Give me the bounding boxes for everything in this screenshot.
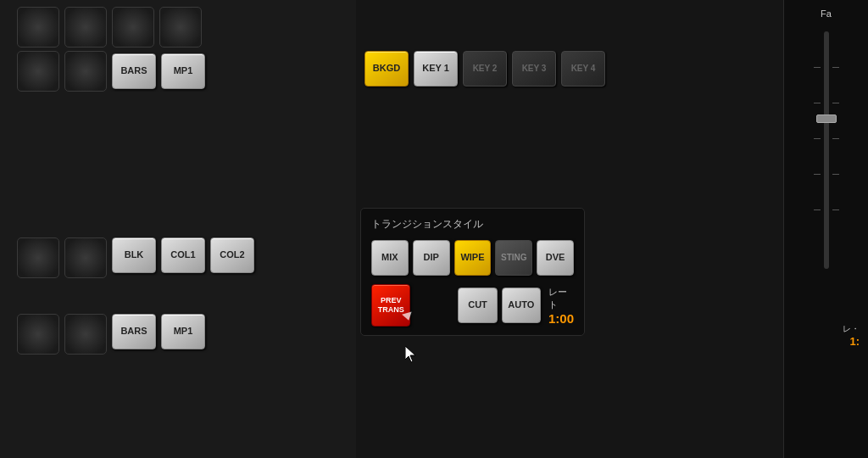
fader-tick-l1: [814, 67, 821, 68]
dark-btn-ml1[interactable]: [17, 237, 59, 278]
key2-button[interactable]: KEY 2: [463, 51, 507, 87]
top-left-row-top: [17, 7, 202, 47]
fader-track[interactable]: [824, 31, 829, 269]
dark-btn-ml2[interactable]: [64, 237, 107, 278]
dve-button[interactable]: DVE: [537, 240, 574, 276]
key1-button[interactable]: KEY 1: [414, 51, 458, 87]
main-container: BARS MP1 BKGD KEY 1 KEY 2 KEY 3 KEY 4 BL…: [0, 0, 868, 458]
fader-rate-label: レ・: [843, 323, 860, 335]
fader-rate-value: 1:: [843, 335, 860, 348]
mp1-top-button[interactable]: MP1: [161, 53, 205, 89]
top-left-row-mid: BARS MP1: [17, 51, 205, 92]
rate-display: レート 1:00: [548, 286, 574, 326]
mix-button[interactable]: MIX: [371, 240, 409, 276]
col2-button[interactable]: COL2: [210, 237, 254, 273]
dark-btn-tl2[interactable]: [64, 7, 107, 47]
bottom-left-row: BARS MP1: [17, 314, 205, 355]
fader-rate-section: レ・ 1:: [843, 323, 860, 348]
dark-btn-bl1[interactable]: [17, 314, 59, 355]
fader-area: Fa レ・ 1:: [783, 0, 868, 458]
fader-tick-l5: [814, 209, 821, 210]
col1-button[interactable]: COL1: [161, 237, 205, 273]
bars-bot-button[interactable]: BARS: [112, 314, 156, 349]
fader-tick-l4: [814, 174, 821, 175]
fader-tick-l2: [814, 103, 821, 103]
cut-button[interactable]: CUT: [458, 288, 497, 323]
bkgd-button[interactable]: BKGD: [364, 51, 409, 87]
sting-button[interactable]: STING: [495, 240, 532, 276]
key3-button[interactable]: KEY 3: [512, 51, 556, 87]
transition-panel: トランジションスタイル MIX DIP WIPE STING DVE PREV …: [360, 208, 585, 336]
fader-tick-4: [832, 174, 839, 175]
rate-value: 1:00: [548, 311, 574, 326]
fader-tick-l3: [814, 138, 821, 139]
fader-tick-2: [832, 103, 839, 103]
dark-btn-bl2[interactable]: [64, 314, 107, 355]
key4-button[interactable]: KEY 4: [561, 51, 605, 87]
spacer: [415, 288, 453, 323]
wipe-button[interactable]: WIPE: [454, 240, 492, 276]
dark-btn-tl3[interactable]: [112, 7, 154, 47]
fader-tick-1: [832, 67, 839, 68]
bars-top-button[interactable]: BARS: [112, 53, 156, 89]
key-row: BKGD KEY 1 KEY 2 KEY 3 KEY 4: [364, 51, 605, 87]
mid-left-row1: BLK COL1 COL2: [17, 237, 254, 278]
cursor-indicator: [402, 312, 414, 322]
fader-handle[interactable]: [816, 114, 837, 123]
dip-button[interactable]: DIP: [413, 240, 450, 276]
fader-tick-3: [832, 138, 839, 139]
mp1-bot-button[interactable]: MP1: [161, 314, 205, 349]
control-row: PREV TRANS CUT AUTO レート 1:00: [371, 284, 574, 327]
rate-label: レート: [548, 286, 574, 311]
fader-tick-5: [832, 209, 839, 210]
fader-label: Fa: [821, 8, 832, 19]
style-buttons-row: MIX DIP WIPE STING DVE: [371, 240, 574, 276]
dark-btn-tl4[interactable]: [159, 7, 202, 47]
panel-title: トランジションスタイル: [371, 217, 574, 232]
dark-btn-tr1[interactable]: [17, 51, 59, 92]
dark-btn-tl1[interactable]: [17, 7, 59, 47]
dark-btn-tr2[interactable]: [64, 51, 107, 92]
blk-button[interactable]: BLK: [112, 237, 156, 273]
prev-trans-button[interactable]: PREV TRANS: [371, 284, 410, 327]
auto-button[interactable]: AUTO: [502, 288, 541, 323]
